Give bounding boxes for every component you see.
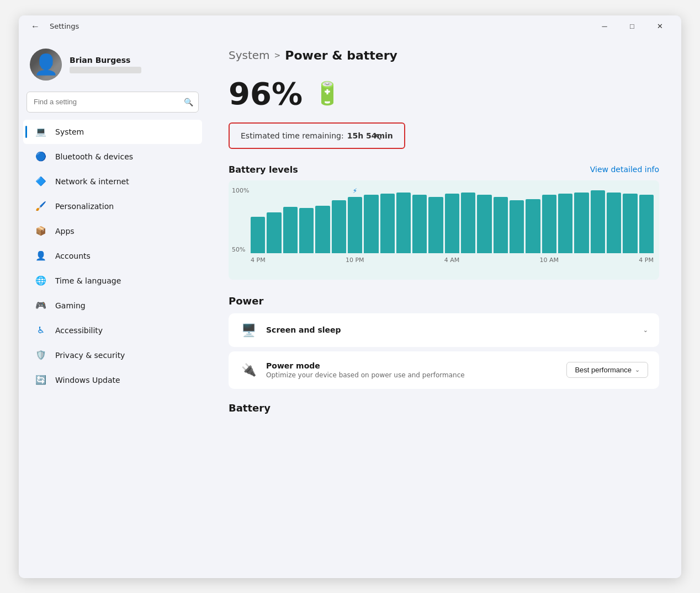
breadcrumb-parent[interactable]: System <box>229 49 270 62</box>
battery-percent-section: 96% 🔋 <box>229 76 659 111</box>
chart-bar <box>639 195 654 253</box>
update-icon: 🔄 <box>34 373 47 387</box>
battery-percentage: 96% <box>229 76 303 111</box>
screen-sleep-icon: 🖥️ <box>240 323 257 337</box>
chart-bar <box>574 193 588 253</box>
chart-bars <box>251 187 654 253</box>
battery-section-title: Battery <box>229 402 659 414</box>
chart-x-labels: 4 PM 10 PM 4 AM 10 AM 4 PM <box>251 257 654 264</box>
avatar-image <box>30 49 62 81</box>
chart-bar <box>412 195 427 253</box>
power-mode-icon: 🔌 <box>240 363 257 377</box>
chart-bar <box>251 217 265 253</box>
chart-bar <box>461 193 475 253</box>
screen-sleep-card: 🖥️ Screen and sleep ⌄ <box>229 313 659 347</box>
power-mode-label: Power mode <box>266 361 558 370</box>
main-panel: System > Power & battery 96% 🔋 Estimated… <box>206 38 681 578</box>
close-button[interactable]: ✕ <box>647 18 672 35</box>
x-label-4pm-start: 4 PM <box>251 257 266 264</box>
chart-bar <box>348 197 362 253</box>
sidebar-item-network[interactable]: 🔷 Network & internet <box>23 169 202 194</box>
avatar <box>30 49 62 81</box>
power-mode-value: Best performance <box>575 366 632 374</box>
battery-chart: 100% 50% 4 PM 10 PM 4 AM 10 AM 4 PM <box>229 180 659 280</box>
personalization-icon: 🖌️ <box>34 200 47 213</box>
power-mode-dropdown-wrap: Best performance ⌄ <box>566 362 648 378</box>
search-icon: 🔍 <box>184 98 193 106</box>
sidebar-item-bluetooth[interactable]: 🔵 Bluetooth & devices <box>23 145 202 169</box>
chart-bar <box>299 208 314 253</box>
user-name: Brian Burgess <box>70 56 195 65</box>
estimated-time-value: 15h 54min <box>347 131 393 140</box>
sidebar-label-update: Windows Update <box>55 376 120 384</box>
sidebar-item-apps[interactable]: 📦 Apps <box>23 219 202 243</box>
main-content: Brian Burgess 🔍 💻 System 🔵 Bluetooth & d… <box>19 38 681 578</box>
breadcrumb: System > Power & battery <box>229 49 659 62</box>
chart-bar <box>526 199 540 253</box>
back-button[interactable]: ← <box>28 19 43 34</box>
power-mode-text: Power mode Optimize your device based on… <box>266 361 558 379</box>
breadcrumb-separator: > <box>274 51 281 60</box>
estimated-time-box: Estimated time remaining: 15h 54min ↖ <box>229 122 405 149</box>
x-label-10pm: 10 PM <box>346 257 364 264</box>
settings-window: ← Settings ─ □ ✕ Brian Burgess <box>19 15 681 578</box>
chart-bar <box>428 197 443 253</box>
power-mode-dropdown[interactable]: Best performance ⌄ <box>566 362 648 378</box>
power-mode-sublabel: Optimize your device based on power use … <box>266 371 558 379</box>
chart-bar <box>364 195 378 253</box>
chart-bar <box>510 200 524 253</box>
sidebar-label-personalization: Personalization <box>55 202 114 211</box>
battery-levels-header: Battery levels View detailed info <box>229 164 659 175</box>
screen-sleep-row[interactable]: 🖥️ Screen and sleep ⌄ <box>229 313 659 347</box>
titlebar: ← Settings ─ □ ✕ <box>19 15 681 38</box>
sidebar-label-accounts: Accounts <box>55 252 91 260</box>
x-label-4am: 4 AM <box>444 257 460 264</box>
power-mode-row: 🔌 Power mode Optimize your device based … <box>229 351 659 389</box>
sidebar-item-privacy[interactable]: 🛡️ Privacy & security <box>23 343 202 367</box>
cursor-icon: ↖ <box>374 131 382 142</box>
sidebar-item-accounts[interactable]: 👤 Accounts <box>23 244 202 268</box>
sidebar-item-gaming[interactable]: 🎮 Gaming <box>23 293 202 318</box>
x-label-10am: 10 AM <box>540 257 559 264</box>
chart-bar <box>607 193 621 253</box>
maximize-button[interactable]: □ <box>619 18 645 35</box>
sidebar-item-time[interactable]: 🌐 Time & language <box>23 269 202 293</box>
sidebar-item-accessibility[interactable]: ♿ Accessibility <box>23 318 202 343</box>
chart-y-labels: 100% 50% <box>232 187 249 253</box>
chart-bar <box>542 195 556 253</box>
chart-bar <box>558 194 572 253</box>
y-label-100: 100% <box>232 187 249 194</box>
sidebar-item-update[interactable]: 🔄 Windows Update <box>23 368 202 392</box>
system-icon: 💻 <box>34 125 47 138</box>
screen-sleep-action: ⌄ <box>643 327 648 334</box>
minimize-button[interactable]: ─ <box>592 18 617 35</box>
view-detailed-link[interactable]: View detailed info <box>590 165 659 174</box>
estimated-time-label: Estimated time remaining: <box>241 131 344 140</box>
power-mode-chevron: ⌄ <box>635 366 640 373</box>
sidebar-label-apps: Apps <box>55 227 75 236</box>
user-section[interactable]: Brian Burgess <box>19 43 206 92</box>
chart-bar <box>445 194 459 253</box>
battery-icon: 🔋 <box>314 81 341 106</box>
chart-bar <box>380 194 395 253</box>
screen-sleep-chevron: ⌄ <box>643 327 648 334</box>
search-box: 🔍 <box>26 92 199 113</box>
accounts-icon: 👤 <box>34 249 47 263</box>
accessibility-icon: ♿ <box>34 324 47 337</box>
chart-bar <box>591 190 605 253</box>
power-section-title: Power <box>229 295 659 307</box>
privacy-icon: 🛡️ <box>34 349 47 362</box>
search-input[interactable] <box>26 92 199 113</box>
sidebar: Brian Burgess 🔍 💻 System 🔵 Bluetooth & d… <box>19 38 206 578</box>
sidebar-item-system[interactable]: 💻 System <box>23 120 202 144</box>
sidebar-item-personalization[interactable]: 🖌️ Personalization <box>23 194 202 218</box>
user-info: Brian Burgess <box>70 56 195 73</box>
chart-bar <box>332 200 346 253</box>
gaming-icon: 🎮 <box>34 299 47 312</box>
window-controls: ─ □ ✕ <box>592 18 672 35</box>
battery-levels-title: Battery levels <box>229 164 298 175</box>
power-mode-card: 🔌 Power mode Optimize your device based … <box>229 351 659 389</box>
breadcrumb-current: Power & battery <box>285 49 397 62</box>
bluetooth-icon: 🔵 <box>34 150 47 163</box>
chart-bar <box>283 207 298 253</box>
